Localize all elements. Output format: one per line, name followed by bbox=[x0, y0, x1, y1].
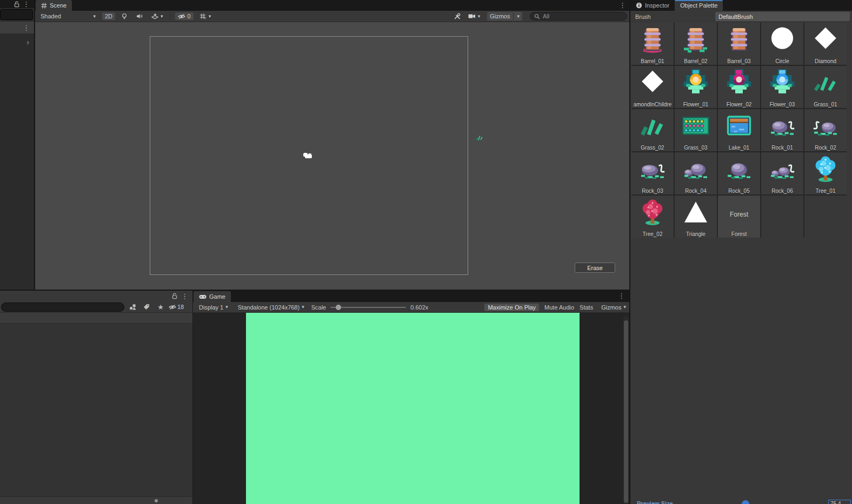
preview-size-slider-knob[interactable] bbox=[742, 500, 749, 504]
lightbulb-icon bbox=[121, 13, 128, 19]
bottom-left-toolbar: ★ 18 bbox=[0, 301, 192, 313]
tile-label: Grass_03 bbox=[675, 145, 717, 151]
button-divider bbox=[513, 12, 514, 20]
palette-tile-Barrel_03[interactable]: Barrel_03 bbox=[718, 23, 760, 65]
shading-mode-dropdown[interactable]: Shaded▾ bbox=[37, 12, 99, 20]
palette-tile-Circle[interactable]: Circle bbox=[761, 23, 803, 65]
palette-tile-Grass_02[interactable]: Grass_02 bbox=[631, 109, 674, 151]
mute-audio-button[interactable]: Mute Audio bbox=[544, 304, 574, 311]
game-viewport[interactable] bbox=[193, 313, 629, 504]
search-input[interactable] bbox=[1, 303, 124, 312]
kebab-menu-icon[interactable]: ⋮ bbox=[23, 1, 30, 8]
vertical-scrollbar[interactable] bbox=[623, 316, 629, 504]
palette-tile-Diamond[interactable]: Diamond bbox=[804, 23, 847, 65]
kebab-menu-icon[interactable]: ⋮ bbox=[181, 293, 188, 300]
scene-panel: Scene ⋮ Shaded▾ 2D ▾ 0 Y ▾ bbox=[35, 0, 629, 290]
scene-visibility-button[interactable]: 0 bbox=[175, 12, 194, 20]
active-tab-highlight bbox=[675, 0, 723, 1]
tab-scene[interactable]: Scene bbox=[36, 0, 72, 11]
palette-tile-Lake_01[interactable]: Lake_01 bbox=[718, 109, 760, 151]
left-rail-panel: ⋮ ⋮ › bbox=[0, 0, 35, 290]
flower-sprite-icon bbox=[767, 68, 797, 98]
lake-sprite-icon bbox=[724, 111, 754, 141]
hidden-count-toggle[interactable]: 18 bbox=[169, 304, 184, 310]
stats-button[interactable]: Stats bbox=[580, 304, 593, 311]
palette-tile-Rock_06[interactable]: Rock_06 bbox=[761, 152, 803, 194]
toggle-2d-button[interactable]: 2D bbox=[102, 12, 115, 20]
grid-visibility-button[interactable]: Y ▾ bbox=[197, 12, 214, 20]
palette-tile-Rock_01[interactable]: Rock_01 bbox=[761, 109, 803, 151]
left-rail-header: ⋮ bbox=[0, 0, 34, 8]
display-dropdown[interactable]: Display 1 ▾ bbox=[196, 304, 231, 311]
chevron-down-icon: ▾ bbox=[302, 305, 304, 310]
palette-tile-Forest[interactable]: ForestForest bbox=[718, 196, 760, 238]
palette-tile-Flower_01[interactable]: Flower_01 bbox=[675, 66, 717, 108]
preview-size-value-field[interactable]: 75.4 bbox=[828, 500, 851, 504]
scene-effects-button[interactable]: ▾ bbox=[149, 12, 166, 20]
tile-label: Diamond bbox=[804, 58, 847, 64]
palette-tile-Tree_02[interactable]: Tree_02 bbox=[631, 196, 674, 238]
tile-label: Barrel_01 bbox=[631, 58, 674, 64]
game-toolbar: Display 1 ▾ Standalone (1024x768) ▾ Scal… bbox=[193, 302, 629, 313]
palette-tile-Barrel_01[interactable]: Barrel_01 bbox=[631, 23, 674, 65]
palette-tile-Grass_03[interactable]: Grass_03 bbox=[675, 109, 717, 151]
chevron-down-icon: ▾ bbox=[517, 14, 520, 19]
kebab-menu-icon[interactable]: ⋮ bbox=[23, 24, 30, 31]
rail-row: ⋮ bbox=[0, 22, 34, 33]
palette-tile-Flower_02[interactable]: Flower_02 bbox=[718, 66, 760, 108]
kebab-menu-icon[interactable]: ⋮ bbox=[618, 292, 625, 299]
palette-tile-Rock_02[interactable]: Rock_02 bbox=[804, 109, 847, 151]
tab-game[interactable]: Game bbox=[194, 291, 231, 302]
grass-sprite-icon bbox=[810, 68, 841, 98]
chevron-down-icon: ▾ bbox=[161, 14, 163, 19]
palette-tile-Grass_01[interactable]: Grass_01 bbox=[804, 66, 847, 108]
scene-search-input[interactable]: All bbox=[530, 12, 627, 21]
camera-settings-button[interactable]: ▾ bbox=[465, 13, 483, 19]
tile-label: Grass_01 bbox=[804, 102, 847, 107]
palette-tile-Triangle[interactable]: Triangle bbox=[675, 196, 717, 238]
scene-audio-button[interactable] bbox=[134, 12, 145, 20]
maximize-on-play-button[interactable]: Maximize On Play bbox=[484, 304, 539, 311]
palette-tile-amondInChildre[interactable]: amondInChildre bbox=[631, 66, 674, 108]
palette-tile-Barrel_02[interactable]: Barrel_02 bbox=[675, 23, 717, 65]
tile-label: Lake_01 bbox=[718, 145, 760, 151]
shading-mode-label: Shaded bbox=[41, 13, 61, 19]
scale-slider[interactable] bbox=[330, 307, 406, 308]
expand-chevron-icon[interactable]: › bbox=[26, 38, 29, 46]
kebab-menu-icon[interactable]: ⋮ bbox=[619, 2, 626, 9]
diamond-sprite-icon bbox=[810, 24, 841, 55]
patch-sprite-icon bbox=[681, 111, 711, 141]
palette-tile-Rock_03[interactable]: Rock_03 bbox=[631, 152, 674, 194]
tab-inspector[interactable]: Inspector bbox=[630, 0, 675, 11]
filter-by-label-icon[interactable] bbox=[141, 304, 152, 310]
tab-object-palette[interactable]: Object Palette bbox=[675, 0, 723, 11]
diamond-sprite-icon bbox=[637, 68, 668, 98]
palette-tile-Tree_01[interactable]: Tree_01 bbox=[804, 152, 847, 194]
erase-button[interactable]: Erase bbox=[575, 263, 615, 273]
rock-sprite-icon bbox=[681, 154, 711, 184]
game-panel: Game ⋮ Display 1 ▾ Standalone (1024x768)… bbox=[193, 290, 629, 504]
scene-viewport[interactable]: Erase bbox=[35, 22, 629, 290]
list-content[interactable] bbox=[0, 324, 192, 496]
brush-select-field[interactable]: DefaultBrush bbox=[715, 12, 850, 21]
favorites-star-icon[interactable]: ★ bbox=[155, 304, 167, 311]
palette-tile-Rock_04[interactable]: Rock_04 bbox=[675, 152, 717, 194]
scale-slider-knob[interactable] bbox=[336, 305, 341, 310]
rock-sprite-icon bbox=[724, 154, 754, 184]
rock-sprite-icon bbox=[767, 111, 797, 141]
lock-icon[interactable] bbox=[172, 293, 177, 299]
gizmos-dropdown[interactable]: Gizmos ▾ bbox=[487, 12, 522, 21]
game-gizmos-dropdown[interactable]: Gizmos ▾ bbox=[598, 304, 626, 311]
scrollbar-thumb[interactable] bbox=[624, 320, 628, 503]
scene-tabbar: Scene ⋮ bbox=[35, 0, 629, 11]
scene-lighting-button[interactable] bbox=[118, 12, 130, 20]
game-tabbar: Game ⋮ bbox=[193, 290, 629, 302]
rail-field[interactable] bbox=[0, 9, 33, 20]
tile-label: Rock_06 bbox=[761, 188, 803, 194]
tools-icon[interactable] bbox=[454, 13, 461, 20]
resolution-dropdown[interactable]: Standalone (1024x768) ▾ bbox=[235, 304, 307, 311]
palette-tile-Flower_03[interactable]: Flower_03 bbox=[761, 66, 803, 108]
lock-icon[interactable] bbox=[14, 1, 19, 8]
palette-tile-Rock_05[interactable]: Rock_05 bbox=[718, 152, 760, 194]
filter-by-type-icon[interactable] bbox=[127, 304, 138, 310]
